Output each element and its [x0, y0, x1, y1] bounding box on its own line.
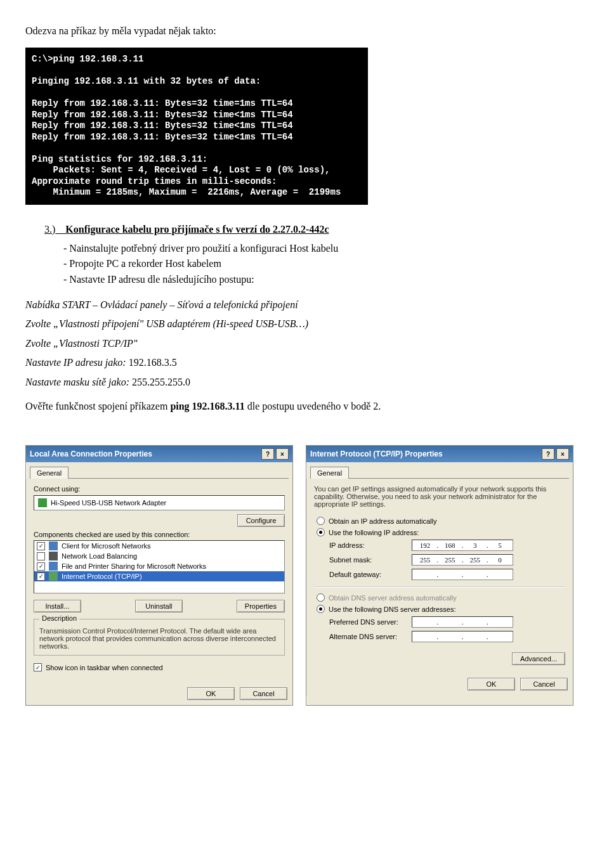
- show-icon-label: Show icon in taskbar when connected: [46, 664, 163, 671]
- cancel-button[interactable]: Cancel: [520, 678, 568, 690]
- instr-line4: Nastavte IP adresu jako: 192.168.3.5: [25, 356, 584, 370]
- instr-line6-suffix: dle postupu uvedeného v bodě 2.: [245, 401, 381, 411]
- instr-line4-prefix: Nastavte IP adresu jako:: [25, 357, 129, 368]
- component-item[interactable]: Network Load Balancing: [34, 551, 284, 561]
- close-icon[interactable]: ×: [276, 448, 289, 460]
- terminal-output: C:\>ping 192.168.3.11 Pinging 192.168.3.…: [25, 48, 368, 205]
- lan-properties-dialog: Local Area Connection Properties ? × Gen…: [25, 445, 293, 706]
- dialog1-titlebar[interactable]: Local Area Connection Properties ? ×: [26, 446, 292, 462]
- component-icon: [49, 572, 58, 581]
- dialog2-titlebar[interactable]: Internet Protocol (TCP/IP) Properties ? …: [306, 446, 573, 462]
- install-button[interactable]: Install...: [34, 600, 81, 612]
- instr-line5-val: 255.255.255.0: [132, 377, 190, 387]
- component-label: Client for Microsoft Networks: [62, 542, 151, 550]
- gateway-input[interactable]: ...: [412, 569, 513, 580]
- instr-line4-val: 192.168.3.5: [129, 357, 177, 368]
- pref-dns-input[interactable]: ...: [412, 616, 513, 628]
- description-text: Transmission Control Protocol/Internet P…: [39, 627, 279, 650]
- component-item[interactable]: ✓Internet Protocol (TCP/IP): [34, 571, 284, 581]
- ip-segment[interactable]: 3: [465, 541, 485, 549]
- connect-using-label: Connect using:: [34, 485, 285, 493]
- components-listbox[interactable]: ✓Client for Microsoft NetworksNetwork Lo…: [34, 540, 285, 593]
- use-dns-label: Use the following DNS server addresses:: [329, 606, 456, 613]
- ip-segment[interactable]: [440, 571, 460, 578]
- adapter-name: Hi-Speed USB-USB Network Adapter: [51, 499, 166, 507]
- configure-button[interactable]: Configure: [237, 514, 285, 527]
- instr-line3: Zvolte „Vlastnosti TCP/IP": [25, 337, 584, 351]
- pref-dns-label: Preferred DNS server:: [329, 618, 412, 626]
- component-label: Network Load Balancing: [62, 552, 137, 560]
- subnet-mask-input[interactable]: 255.255.255.0: [412, 554, 513, 566]
- ip-segment[interactable]: 255: [440, 556, 460, 564]
- bullet-item: - Nainstalujte potřebný driver pro použi…: [63, 242, 584, 256]
- section-title: Konfigurace kabelu pro přijímače s fw ve…: [65, 224, 329, 235]
- properties-button[interactable]: Properties: [237, 600, 285, 612]
- alt-dns-input[interactable]: ...: [412, 631, 513, 642]
- use-dns-radio[interactable]: [317, 605, 325, 613]
- ip-segment[interactable]: [490, 571, 510, 578]
- section-heading: 3.) Konfigurace kabelu pro přijímače s f…: [44, 224, 584, 235]
- tcpip-properties-dialog: Internet Protocol (TCP/IP) Properties ? …: [306, 445, 573, 706]
- ok-button[interactable]: OK: [468, 678, 515, 690]
- obtain-auto-radio[interactable]: [317, 517, 325, 525]
- intro-text: Odezva na příkaz by měla vypadat nějak t…: [25, 24, 584, 38]
- cancel-button[interactable]: Cancel: [240, 687, 287, 700]
- component-label: Internet Protocol (TCP/IP): [62, 573, 142, 580]
- instr-line2: Zvolte „Vlastnosti připojení" USB adapté…: [25, 317, 584, 331]
- dialog1-title: Local Area Connection Properties: [30, 450, 152, 458]
- ok-button[interactable]: OK: [187, 687, 235, 700]
- instr-line5-prefix: Nastavte masku sítě jako:: [25, 377, 132, 387]
- show-icon-checkbox[interactable]: ✓: [34, 663, 42, 671]
- use-following-radio[interactable]: [317, 528, 325, 536]
- components-label: Components checked are used by this conn…: [34, 531, 285, 538]
- tab-general[interactable]: General: [30, 467, 69, 479]
- component-item[interactable]: ✓File and Printer Sharing for Microsoft …: [34, 561, 284, 571]
- dialog2-title: Internet Protocol (TCP/IP) Properties: [310, 450, 443, 458]
- gateway-label: Default gateway:: [329, 571, 412, 578]
- obtain-dns-label: Obtain DNS server address automatically: [329, 594, 457, 602]
- component-checkbox[interactable]: ✓: [37, 542, 45, 550]
- ip-address-label: IP address:: [329, 541, 412, 549]
- ip-address-input[interactable]: 192.168.3.5: [412, 540, 513, 551]
- help-icon[interactable]: ?: [542, 448, 554, 460]
- dialog2-intro: You can get IP settings assigned automat…: [314, 485, 565, 508]
- bullet-item: - Propojte PC a rekorder Host kabelem: [63, 257, 584, 271]
- obtain-auto-label: Obtain an IP address automatically: [329, 517, 436, 525]
- component-checkbox[interactable]: [37, 552, 45, 560]
- component-checkbox[interactable]: ✓: [37, 573, 45, 581]
- use-following-label: Use the following IP address:: [329, 529, 419, 536]
- instr-line6-cmd: ping 192.168.3.11: [170, 401, 244, 411]
- description-title: Description: [39, 614, 79, 622]
- advanced-button[interactable]: Advanced...: [512, 652, 565, 665]
- tab-general[interactable]: General: [310, 467, 349, 479]
- instr-line5: Nastavte masku sítě jako: 255.255.255.0: [25, 375, 584, 389]
- ip-segment[interactable]: [465, 571, 485, 578]
- obtain-dns-radio: [317, 593, 325, 602]
- ip-segment[interactable]: 192: [415, 541, 435, 549]
- ip-segment[interactable]: [415, 571, 435, 578]
- subnet-label: Subnet mask:: [329, 556, 412, 564]
- help-icon[interactable]: ?: [261, 448, 274, 460]
- instr-line6: Ověřte funkčnost spojení příkazem ping 1…: [25, 399, 584, 413]
- section-num: 3.): [44, 224, 55, 235]
- ip-segment[interactable]: 5: [490, 541, 510, 549]
- component-icon: [49, 541, 58, 550]
- instr-line6-prefix: Ověřte funkčnost spojení příkazem: [25, 401, 170, 411]
- ip-segment[interactable]: 255: [465, 556, 485, 564]
- description-group: Description Transmission Control Protoco…: [34, 619, 285, 656]
- adapter-icon: [38, 498, 47, 507]
- component-checkbox[interactable]: ✓: [37, 562, 45, 571]
- ip-segment[interactable]: 0: [490, 556, 510, 564]
- component-label: File and Printer Sharing for Microsoft N…: [62, 562, 206, 570]
- ip-segment[interactable]: 168: [440, 541, 460, 549]
- component-icon: [49, 562, 58, 571]
- uninstall-button[interactable]: Uninstall: [135, 600, 183, 612]
- alt-dns-label: Alternate DNS server:: [329, 633, 412, 640]
- component-item[interactable]: ✓Client for Microsoft Networks: [34, 541, 284, 551]
- bullet-item: - Nastavte IP adresu dle následujícího p…: [63, 273, 584, 287]
- ip-segment[interactable]: 255: [415, 556, 435, 564]
- adapter-field: Hi-Speed USB-USB Network Adapter: [34, 495, 285, 510]
- component-icon: [49, 552, 58, 560]
- instr-line1: Nabídka START – Ovládací panely – Síťová…: [25, 298, 584, 312]
- close-icon[interactable]: ×: [556, 448, 569, 460]
